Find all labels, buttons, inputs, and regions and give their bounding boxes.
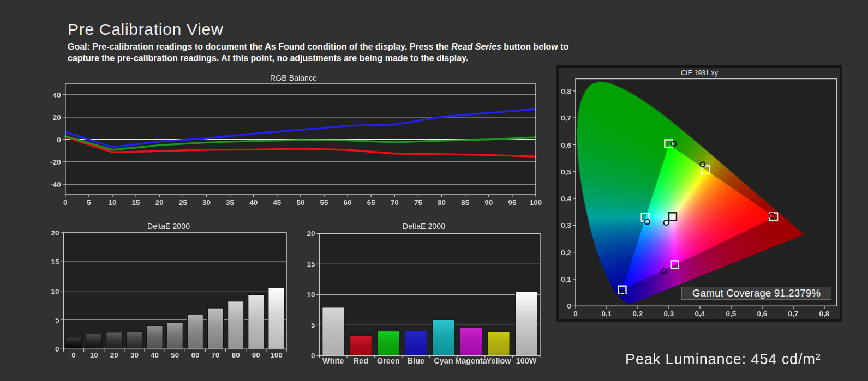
svg-text:Green: Green (377, 356, 400, 365)
svg-text:30: 30 (130, 351, 139, 359)
svg-text:15: 15 (51, 258, 59, 266)
svg-text:0: 0 (573, 310, 578, 318)
svg-text:65: 65 (367, 198, 376, 207)
svg-text:0,7: 0,7 (561, 114, 571, 122)
svg-text:5: 5 (87, 198, 91, 207)
svg-text:10: 10 (108, 198, 116, 207)
svg-text:70: 70 (211, 351, 219, 359)
svg-text:Yellow: Yellow (487, 356, 512, 365)
svg-text:-20: -20 (50, 158, 61, 166)
svg-text:0: 0 (71, 351, 76, 359)
svg-text:0,7: 0,7 (788, 310, 799, 318)
svg-text:70: 70 (391, 198, 399, 207)
svg-text:Red: Red (354, 356, 368, 365)
svg-text:40: 40 (151, 351, 159, 359)
svg-text:60: 60 (344, 198, 352, 207)
svg-text:40: 40 (249, 198, 258, 207)
svg-text:50: 50 (171, 351, 179, 359)
svg-text:95: 95 (508, 198, 517, 207)
svg-text:0,5: 0,5 (726, 310, 737, 318)
svg-text:35: 35 (226, 198, 235, 207)
svg-text:Magenta: Magenta (455, 356, 488, 365)
svg-text:20: 20 (51, 229, 59, 237)
svg-text:Cyan: Cyan (434, 356, 453, 365)
svg-text:0,6: 0,6 (757, 310, 768, 318)
svg-text:20: 20 (53, 113, 61, 122)
svg-text:5: 5 (311, 321, 315, 329)
svg-text:85: 85 (461, 198, 470, 207)
svg-text:DeltaE 2000: DeltaE 2000 (403, 222, 445, 231)
svg-text:5: 5 (55, 316, 59, 324)
svg-text:80: 80 (438, 198, 446, 207)
svg-text:10: 10 (307, 291, 315, 299)
svg-text:20: 20 (155, 198, 164, 207)
svg-text:55: 55 (320, 198, 328, 207)
svg-text:0,8: 0,8 (819, 310, 830, 318)
svg-text:0: 0 (55, 345, 59, 353)
svg-text:10: 10 (90, 351, 98, 359)
svg-text:90: 90 (252, 351, 260, 359)
svg-text:0,2: 0,2 (633, 310, 643, 318)
svg-text:White: White (322, 356, 344, 365)
svg-text:RGB Balance: RGB Balance (270, 74, 317, 82)
svg-text:0,8: 0,8 (561, 87, 571, 95)
svg-text:0,4: 0,4 (561, 195, 571, 203)
svg-text:60: 60 (191, 351, 199, 359)
svg-text:10: 10 (51, 287, 59, 295)
svg-text:75: 75 (414, 198, 423, 207)
svg-text:DeltaE 2000: DeltaE 2000 (147, 222, 190, 231)
svg-text:0: 0 (311, 352, 315, 360)
svg-text:100W: 100W (516, 356, 537, 365)
svg-text:0: 0 (57, 136, 61, 144)
svg-text:0,1: 0,1 (602, 310, 612, 318)
svg-text:0,3: 0,3 (561, 221, 571, 229)
svg-text:0,4: 0,4 (695, 310, 705, 318)
svg-text:30: 30 (202, 198, 211, 207)
svg-text:0,1: 0,1 (561, 275, 571, 283)
svg-text:80: 80 (232, 351, 240, 359)
svg-text:-40: -40 (50, 180, 61, 189)
svg-text:40: 40 (53, 91, 61, 99)
svg-text:100: 100 (270, 351, 283, 359)
svg-text:100: 100 (530, 198, 542, 207)
svg-text:20: 20 (110, 351, 118, 359)
svg-text:25: 25 (179, 198, 188, 207)
svg-text:20: 20 (307, 229, 315, 238)
svg-text:0,6: 0,6 (561, 141, 571, 149)
svg-text:50: 50 (296, 198, 304, 207)
svg-text:0: 0 (567, 302, 571, 310)
svg-text:0,5: 0,5 (561, 168, 571, 176)
svg-text:15: 15 (132, 198, 141, 207)
svg-text:Blue: Blue (408, 356, 424, 365)
svg-text:90: 90 (484, 198, 493, 207)
svg-text:0,3: 0,3 (664, 310, 674, 318)
svg-text:0: 0 (63, 198, 68, 207)
svg-text:45: 45 (273, 198, 282, 207)
svg-text:15: 15 (307, 260, 315, 268)
svg-text:0,2: 0,2 (561, 249, 571, 257)
